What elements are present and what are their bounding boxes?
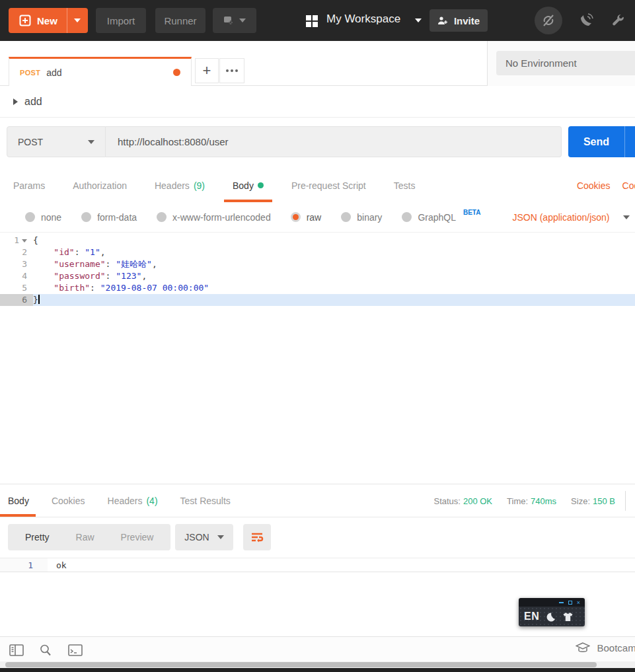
settings-wrench-icon[interactable] xyxy=(605,0,630,41)
tab-label: Headers xyxy=(108,496,143,506)
body-mode-label: GraphQL xyxy=(418,212,456,223)
satellite-icon[interactable] xyxy=(574,0,599,41)
new-button-label: New xyxy=(37,15,57,26)
environment-selector[interactable]: No Environment xyxy=(496,51,635,75)
response-line[interactable]: 1 ok xyxy=(0,558,635,572)
line-number: 3 xyxy=(22,258,27,270)
request-tab-params[interactable]: Params xyxy=(13,168,45,202)
response-tab-headers[interactable]: Headers(4) xyxy=(108,484,158,517)
body-mode-label: none xyxy=(41,212,61,223)
sidebar-toggle-icon[interactable] xyxy=(8,642,25,658)
new-dropdown-caret[interactable] xyxy=(67,8,88,33)
close-icon[interactable]: × xyxy=(577,601,580,605)
beta-badge: BETA xyxy=(463,209,480,216)
ime-language-bar[interactable]: × EN xyxy=(519,598,585,626)
content-type-selector[interactable]: JSON (application/json) xyxy=(512,212,629,223)
request-tab-tests[interactable]: Tests xyxy=(394,168,416,202)
scrollbar-thumb[interactable] xyxy=(5,662,597,667)
editor-line-2[interactable]: 2 "id": "1", xyxy=(0,246,635,258)
runner-button[interactable]: Runner xyxy=(155,8,205,33)
top-bar: New Import Runner My Workspace Invite xyxy=(0,0,635,41)
new-window-icon xyxy=(223,16,234,25)
open-new-tab-button[interactable]: + xyxy=(195,58,219,83)
send-button[interactable]: Send xyxy=(568,126,635,157)
url-input[interactable]: http://localhost:8080/user xyxy=(106,126,562,157)
workspace-name[interactable]: My Workspace xyxy=(326,13,400,26)
taskbar-edge xyxy=(0,668,635,672)
body-mode-form-data[interactable]: form-data xyxy=(81,212,137,223)
import-button[interactable]: Import xyxy=(96,8,146,33)
fold-caret-icon[interactable] xyxy=(22,239,27,243)
request-tab-add[interactable]: POST add xyxy=(9,57,192,86)
code-link[interactable]: Code xyxy=(622,180,635,191)
format-selector[interactable]: JSON xyxy=(175,524,233,550)
tab-label: Authorization xyxy=(73,180,127,191)
maximize-icon[interactable] xyxy=(568,601,572,605)
radio-icon[interactable] xyxy=(81,212,91,222)
editor-line-6[interactable]: 6} xyxy=(0,294,635,306)
tab-label: Body xyxy=(8,496,29,506)
body-mode-graphql[interactable]: GraphQLBETA xyxy=(402,212,480,223)
search-icon[interactable] xyxy=(37,642,54,658)
new-window-button[interactable] xyxy=(213,8,256,33)
minimize-icon[interactable] xyxy=(559,602,564,603)
body-mode-binary[interactable]: binary xyxy=(341,212,382,223)
invite-button[interactable]: Invite xyxy=(430,9,488,32)
view-mode-pretty[interactable]: Pretty xyxy=(12,532,63,542)
editor-line-1[interactable]: 1{ xyxy=(0,235,635,246)
horizontal-scrollbar[interactable] xyxy=(0,661,635,668)
request-tab-pre-request-script[interactable]: Pre-request Script xyxy=(291,168,366,202)
format-value: JSON xyxy=(184,532,209,542)
wrap-text-button[interactable] xyxy=(243,524,271,550)
tab-method-label: POST xyxy=(20,69,40,77)
radio-icon[interactable] xyxy=(25,212,35,222)
body-mode-raw[interactable]: raw xyxy=(291,212,322,223)
request-tab-authorization[interactable]: Authorization xyxy=(73,168,127,202)
body-mode-none[interactable]: none xyxy=(25,212,61,223)
sync-off-icon[interactable] xyxy=(533,0,564,41)
view-mode-raw[interactable]: Raw xyxy=(63,532,108,542)
skin-shirt-icon[interactable] xyxy=(562,612,574,622)
tab-label: Cookies xyxy=(52,496,85,506)
tab-options-button[interactable] xyxy=(219,58,244,83)
line-gutter: 4 xyxy=(0,270,33,282)
request-tab-body[interactable]: Body xyxy=(233,168,264,202)
view-mode-group: PrettyRawPreview xyxy=(8,524,170,550)
console-icon[interactable] xyxy=(67,642,84,658)
radio-icon[interactable] xyxy=(157,212,167,222)
request-tabs: ParamsAuthorizationHeaders(9)BodyPre-req… xyxy=(0,168,635,202)
workspace-caret-icon[interactable] xyxy=(415,19,422,22)
radio-icon[interactable] xyxy=(341,212,351,222)
editor-line-4[interactable]: 4 "password": "123", xyxy=(0,270,635,282)
response-tab-cookies[interactable]: Cookies xyxy=(52,484,85,517)
ime-language-label[interactable]: EN xyxy=(524,611,539,622)
line-number: 1 xyxy=(14,235,19,246)
response-line-number: 1 xyxy=(0,558,48,572)
response-tab-body[interactable]: Body xyxy=(8,484,29,517)
new-button[interactable]: New xyxy=(9,8,88,33)
invite-label: Invite xyxy=(454,15,480,26)
method-selector[interactable]: POST xyxy=(7,126,106,157)
radio-icon[interactable] xyxy=(402,212,412,222)
response-tab-test-results[interactable]: Test Results xyxy=(180,484,231,517)
bootcamp-button[interactable]: Bootcamp xyxy=(576,642,635,653)
radio-icon[interactable] xyxy=(291,212,301,222)
cookies-link[interactable]: Cookies xyxy=(577,180,611,191)
unsaved-dot-icon xyxy=(173,69,180,76)
body-mode-x-www-form-urlencoded[interactable]: x-www-form-urlencoded xyxy=(157,212,271,223)
body-mode-label: binary xyxy=(357,212,382,223)
workspace-grid-icon[interactable] xyxy=(305,15,318,28)
editor-line-5[interactable]: 5 "birth": "2019-08-07 00:00:00" xyxy=(0,282,635,294)
request-body-editor[interactable]: 1{2 "id": "1",3 "username": "娃哈哈",4 "pas… xyxy=(0,233,635,484)
editor-line-3[interactable]: 3 "username": "娃哈哈", xyxy=(0,258,635,270)
send-dropdown-caret[interactable] xyxy=(624,126,635,157)
line-gutter: 1 xyxy=(0,235,33,246)
request-name-row[interactable]: add xyxy=(0,86,635,118)
moon-icon[interactable] xyxy=(546,612,556,622)
runner-label: Runner xyxy=(164,15,196,26)
expand-arrow-icon[interactable] xyxy=(13,98,18,105)
body-mode-label: raw xyxy=(307,212,322,223)
content-type-label: JSON (application/json) xyxy=(512,212,609,223)
request-tab-headers[interactable]: Headers(9) xyxy=(155,168,205,202)
view-mode-preview[interactable]: Preview xyxy=(108,532,167,542)
